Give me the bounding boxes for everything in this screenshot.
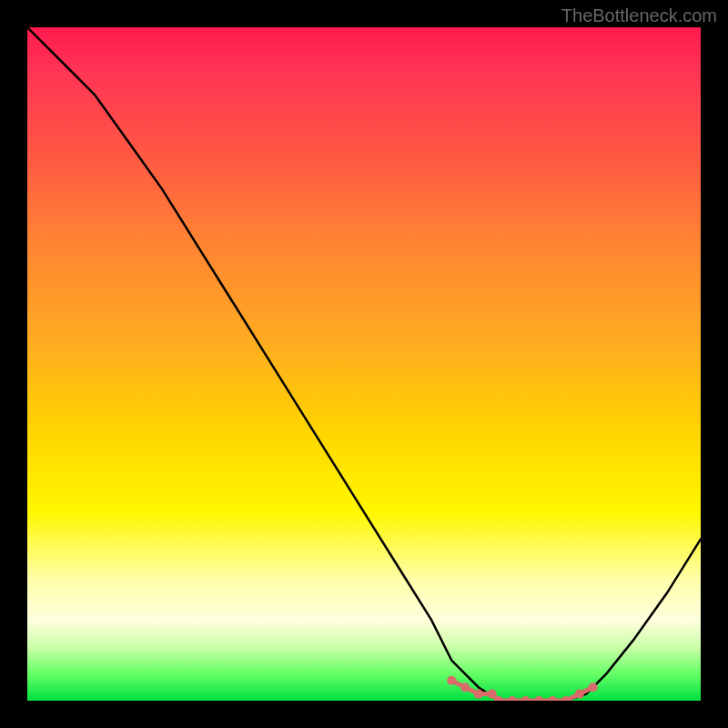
marker-dot [534,696,543,701]
marker-dot [508,696,517,701]
marker-dot [589,682,598,692]
chart-plot-area [27,27,701,701]
marker-dot [575,690,584,699]
marker-dot [474,690,483,699]
bottleneck-curve [27,27,701,701]
marker-dot [447,676,456,685]
marker-dot [521,696,531,701]
marker-dot [548,696,557,701]
marker-dot [488,690,497,699]
marker-dot [460,682,470,692]
watermark-text: TheBottleneck.com [561,5,717,26]
chart-svg [27,27,701,701]
